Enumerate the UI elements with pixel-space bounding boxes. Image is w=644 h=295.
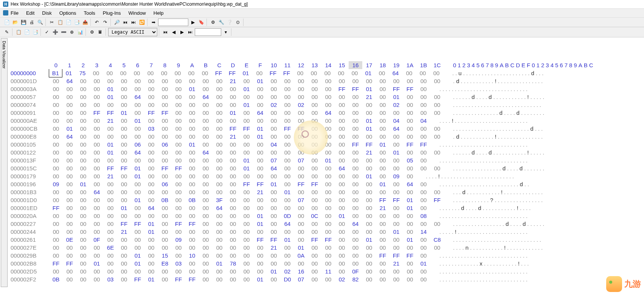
hex-byte[interactable]: 00 bbox=[335, 180, 349, 188]
hex-byte[interactable]: 00 bbox=[281, 109, 294, 117]
hex-byte[interactable]: 00 bbox=[158, 244, 172, 252]
hex-byte[interactable]: 00 bbox=[158, 156, 172, 164]
hex-byte[interactable]: FF bbox=[117, 220, 131, 228]
hex-byte[interactable]: 01 bbox=[213, 259, 226, 267]
offset-cell[interactable]: 00000261 bbox=[8, 236, 46, 244]
nav-input[interactable] bbox=[195, 28, 221, 36]
offset-cell[interactable]: 00000122 bbox=[8, 148, 46, 156]
cut-icon[interactable]: ✂ bbox=[48, 19, 56, 26]
hex-byte[interactable]: 00 bbox=[281, 252, 294, 259]
hex-byte[interactable]: 00 bbox=[76, 196, 90, 204]
hex-byte[interactable]: 00 bbox=[294, 220, 308, 228]
hex-byte[interactable]: 00 bbox=[199, 236, 213, 244]
hex-byte[interactable]: 00 bbox=[185, 236, 199, 244]
hex-byte[interactable]: 00 bbox=[117, 188, 131, 196]
hex-byte[interactable]: 00 bbox=[417, 156, 430, 164]
hex-byte[interactable]: 00 bbox=[376, 275, 390, 283]
hex-byte[interactable]: 00 bbox=[172, 109, 185, 117]
hex-byte[interactable]: 00 bbox=[117, 117, 131, 125]
hex-byte[interactable]: 00 bbox=[308, 148, 321, 156]
hex-byte[interactable]: 00 bbox=[144, 141, 158, 148]
hex-byte[interactable]: 00 bbox=[403, 275, 417, 283]
nav-next-icon[interactable]: ▶ bbox=[178, 28, 186, 36]
hex-byte[interactable]: 00 bbox=[49, 252, 63, 259]
ascii-cell[interactable]: ..u......................d... bbox=[446, 69, 545, 77]
hex-byte[interactable]: 00 bbox=[90, 164, 104, 172]
hex-byte[interactable]: 00 bbox=[90, 220, 104, 228]
hex-byte[interactable]: 00 bbox=[281, 133, 294, 141]
hex-byte[interactable]: 00 bbox=[131, 77, 144, 85]
encoding-select[interactable]: Legacy ASCII bbox=[108, 28, 157, 36]
paste-special-icon[interactable]: 📑 bbox=[73, 19, 81, 26]
hex-byte[interactable]: 00 bbox=[76, 244, 90, 252]
hex-header-col[interactable]: 1B bbox=[417, 61, 430, 69]
hex-byte[interactable]: 00 bbox=[104, 212, 117, 220]
hex-byte[interactable]: 00 bbox=[417, 196, 430, 204]
hex-byte[interactable]: 00 bbox=[430, 220, 444, 228]
paste-icon[interactable]: 📄 bbox=[65, 19, 72, 26]
hex-byte[interactable]: 00 bbox=[172, 77, 185, 85]
hex-byte[interactable]: 00 bbox=[144, 133, 158, 141]
hex-byte[interactable]: 00 bbox=[349, 196, 362, 204]
copy-icon[interactable]: 📋 bbox=[56, 19, 64, 26]
hex-byte[interactable]: FF bbox=[172, 164, 185, 172]
hex-byte[interactable]: 00 bbox=[49, 267, 63, 275]
hex-byte[interactable]: 00 bbox=[144, 156, 158, 164]
hex-byte[interactable]: 00 bbox=[172, 148, 185, 156]
hex-byte[interactable]: 00 bbox=[117, 133, 131, 141]
hex-byte[interactable]: 00 bbox=[335, 236, 349, 244]
hex-byte[interactable]: 00 bbox=[144, 196, 158, 204]
hex-byte[interactable]: 00 bbox=[376, 164, 390, 172]
hex-byte[interactable]: 00 bbox=[335, 196, 349, 204]
hex-byte[interactable]: 00 bbox=[63, 164, 76, 172]
hex-byte[interactable]: 00 bbox=[199, 275, 213, 283]
hex-byte[interactable]: 00 bbox=[253, 252, 267, 259]
hex-byte[interactable]: 01 bbox=[253, 125, 267, 133]
chart-icon[interactable]: 📊 bbox=[76, 28, 84, 36]
hex-byte[interactable]: 00 bbox=[213, 133, 226, 141]
hex-byte[interactable]: 00 bbox=[131, 85, 144, 93]
hex-byte[interactable]: 00 bbox=[90, 196, 104, 204]
open-file-icon[interactable]: 📂 bbox=[11, 19, 19, 26]
hex-byte[interactable]: 00 bbox=[376, 267, 390, 275]
hex-byte[interactable]: 00 bbox=[49, 244, 63, 252]
hex-byte[interactable]: 01 bbox=[131, 117, 144, 125]
ascii-cell[interactable]: ....!........................ bbox=[433, 117, 529, 125]
hex-byte[interactable]: 00 bbox=[362, 196, 376, 204]
hex-byte[interactable]: 00 bbox=[185, 259, 199, 267]
offset-cell[interactable]: 0000003A bbox=[8, 85, 46, 93]
hex-byte[interactable]: 00 bbox=[335, 252, 349, 259]
hex-byte[interactable]: 00 bbox=[172, 196, 185, 204]
hex-byte[interactable]: 06 bbox=[158, 141, 172, 148]
hex-header-col[interactable]: C bbox=[213, 61, 226, 69]
hex-byte[interactable]: 00 bbox=[90, 77, 104, 85]
hex-byte[interactable]: 00 bbox=[417, 252, 430, 259]
hex-byte[interactable]: 00 bbox=[240, 212, 253, 220]
hex-byte[interactable]: 00 bbox=[172, 252, 185, 259]
hex-byte[interactable]: 64 bbox=[349, 220, 362, 228]
hex-byte[interactable]: 00 bbox=[403, 220, 417, 228]
hex-byte[interactable]: FF bbox=[240, 180, 253, 188]
ascii-cell[interactable]: ......d....d...........!..... bbox=[447, 93, 546, 101]
hex-byte[interactable]: 00 bbox=[185, 267, 199, 275]
find-next-icon[interactable]: ⏭ bbox=[130, 19, 137, 26]
hex-byte[interactable]: 00 bbox=[417, 275, 430, 283]
hex-byte[interactable]: 00 bbox=[185, 180, 199, 188]
hex-byte[interactable]: 00 bbox=[117, 275, 131, 283]
hex-byte[interactable]: 00 bbox=[281, 93, 294, 101]
hex-byte[interactable]: 00 bbox=[130, 69, 144, 77]
hex-byte[interactable]: 01 bbox=[362, 85, 376, 93]
hex-byte[interactable]: 00 bbox=[308, 117, 321, 125]
hex-byte[interactable]: E8 bbox=[158, 259, 172, 267]
hex-byte[interactable]: FF bbox=[362, 141, 376, 148]
hex-byte[interactable]: 00 bbox=[90, 252, 104, 259]
hex-byte[interactable]: 00 bbox=[240, 133, 253, 141]
hex-byte[interactable]: 16 bbox=[294, 267, 308, 275]
hex-byte[interactable]: 00 bbox=[90, 212, 104, 220]
hex-byte[interactable]: FF bbox=[225, 69, 239, 77]
hex-byte[interactable]: 00 bbox=[63, 244, 76, 252]
hex-byte[interactable]: 00 bbox=[294, 172, 308, 180]
hex-byte[interactable]: 00 bbox=[63, 101, 76, 109]
hex-byte[interactable]: 00 bbox=[131, 212, 144, 220]
hex-byte[interactable]: 0B bbox=[49, 275, 63, 283]
